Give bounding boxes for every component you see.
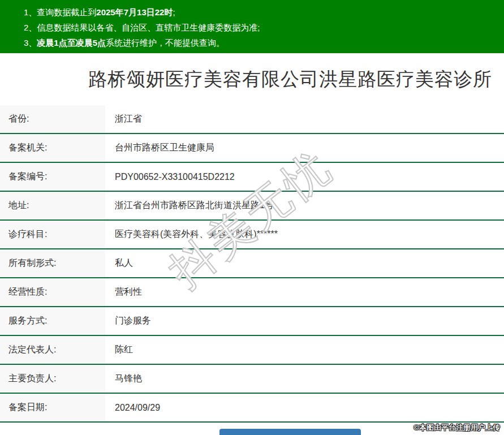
row-value: 医疗美容科(美容外科、美容皮肤科)******: [105, 220, 504, 249]
row-label: 经营性质:: [0, 278, 105, 307]
row-label: 备案编号:: [0, 162, 105, 191]
row-value: 私人: [105, 249, 504, 278]
row-label: 备案日期:: [0, 393, 105, 422]
table-row: 所有制形式: 私人: [0, 249, 504, 278]
row-label: 所有制形式:: [0, 249, 105, 278]
record-table: 省份: 浙江省 备案机关: 台州市路桥区卫生健康局 备案编号: PDY00652…: [0, 105, 504, 423]
table-row: 诊疗科目: 医疗美容科(美容外科、美容皮肤科)******: [0, 220, 504, 249]
row-label: 地址:: [0, 191, 105, 220]
row-value: 门诊服务: [105, 307, 504, 335]
notice-banner: 1、查询数据截止到2025年7月13日22时; 2、信息数据结果以各省、自治区、…: [0, 0, 504, 53]
row-label: 法定代表人:: [0, 335, 105, 364]
row-label: 服务方式:: [0, 307, 105, 335]
notice-line-bold: 2025年7月13日22时: [96, 7, 173, 17]
table-row: 法定代表人: 陈红: [0, 335, 504, 364]
notice-line-text: 查询数据截止到: [37, 7, 96, 17]
notice-line-number: 3、: [24, 38, 37, 48]
page: 1、查询数据截止到2025年7月13日22时; 2、信息数据结果以各省、自治区、…: [0, 0, 504, 435]
row-value: 2024/09/29: [105, 393, 504, 422]
table-row: 服务方式: 门诊服务: [0, 307, 504, 335]
notice-line-number: 2、: [24, 23, 37, 32]
notice-line-text: ;: [173, 7, 175, 17]
notice-line-bold: 凌晨1点至凌晨5点: [37, 38, 106, 48]
notice-line-text: 信息数据结果以各省、自治区、直辖市卫生健康委数据为准;: [37, 23, 260, 32]
table-row: 备案机关: 台州市路桥区卫生健康局: [0, 133, 504, 162]
notice-line-text: 系统进行维护，不能提供查询。: [106, 38, 225, 48]
page-title: 路桥颂妍医疗美容有限公司洪星路医疗美容诊所: [88, 67, 492, 92]
row-label: 省份:: [0, 105, 105, 133]
row-value: PDY00652-X33100415D2212: [105, 162, 504, 191]
table-row: 主要负责人: 马锋艳: [0, 364, 504, 393]
row-value: 营利性: [105, 278, 504, 307]
row-label: 主要负责人:: [0, 364, 105, 393]
title-area: 路桥颂妍医疗美容有限公司洪星路医疗美容诊所: [0, 53, 504, 105]
notice-line-1: 1、查询数据截止到2025年7月13日22时;: [24, 5, 504, 20]
row-label: 备案机关:: [0, 133, 105, 162]
table-row: 地址: 浙江省台州市路桥区路北街道洪星路1号: [0, 191, 504, 220]
row-value: 陈红: [105, 335, 504, 364]
table-row: 备案日期: 2024/09/29: [0, 393, 504, 422]
table-row: 省份: 浙江省: [0, 105, 504, 133]
notice-line-number: 1、: [24, 7, 37, 17]
table-row: 经营性质: 营利性: [0, 278, 504, 307]
row-value: 浙江省台州市路桥区路北街道洪星路1号: [105, 191, 504, 220]
uploader-credit: ©本图由平台注册用户上传: [413, 423, 500, 433]
notice-line-2: 2、信息数据结果以各省、自治区、直辖市卫生健康委数据为准;: [24, 20, 504, 35]
row-label: 诊疗科目:: [0, 220, 105, 249]
table-row: 备案编号: PDY00652-X33100415D2212: [0, 162, 504, 191]
close-window-button[interactable]: 〖关闭窗口〗: [219, 429, 361, 435]
row-value: 马锋艳: [105, 364, 504, 393]
notice-line-3: 3、凌晨1点至凌晨5点系统进行维护，不能提供查询。: [24, 35, 504, 50]
row-value: 台州市路桥区卫生健康局: [105, 133, 504, 162]
row-value: 浙江省: [105, 105, 504, 133]
